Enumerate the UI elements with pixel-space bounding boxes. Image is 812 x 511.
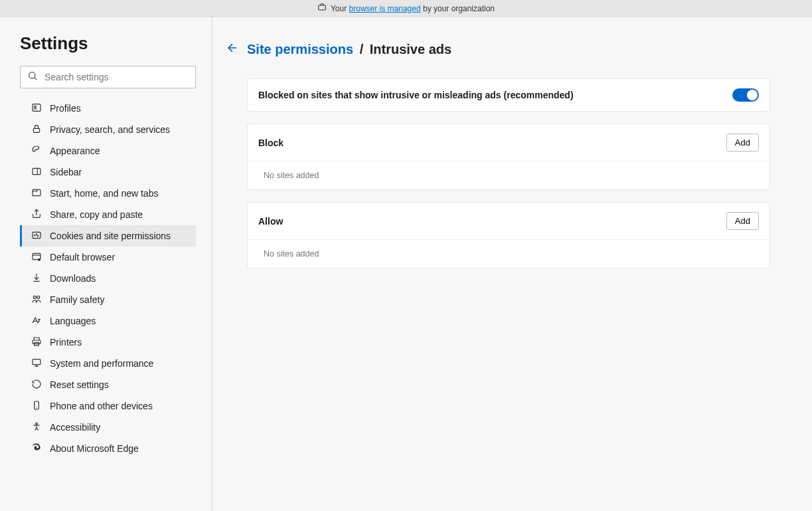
back-button[interactable] [226,41,239,57]
sidebar-item-system[interactable]: System and performance [20,353,196,374]
search-box[interactable] [20,66,196,88]
svg-point-3 [35,106,37,108]
sidebar-item-label: Start, home, and new tabs [50,188,158,199]
svg-rect-7 [33,232,41,238]
sidebar-item-appearance[interactable]: Appearance [20,140,196,161]
svg-rect-0 [319,5,326,10]
sidebar-item-start[interactable]: Start, home, and new tabs [20,183,196,204]
accessibility-icon [31,421,42,434]
sidebar-item-downloads[interactable]: Downloads [20,268,196,289]
sidebar-item-label: Downloads [50,273,96,284]
svg-point-19 [36,423,38,425]
svg-point-9 [36,234,37,235]
language-icon [31,315,42,328]
settings-nav: Profiles Privacy, search, and services A… [20,98,196,459]
monitor-icon [31,358,42,370]
allow-title: Allow [258,216,283,227]
svg-point-8 [35,235,35,235]
sidebar-item-label: Default browser [50,252,115,262]
managed-bar: Your browser is managed by your organiza… [0,0,812,17]
allow-section: Allow Add No sites added [247,202,770,268]
sidebar-item-label: Reset settings [50,379,109,390]
cookie-icon [31,230,42,243]
sidebar-item-label: Family safety [50,294,104,305]
edge-icon [31,443,42,455]
download-icon [31,272,42,285]
share-icon [31,209,42,221]
sidebar-item-languages[interactable]: Languages [20,310,196,332]
sidebar-item-family[interactable]: Family safety [20,289,196,310]
breadcrumb-parent[interactable]: Site permissions [247,42,353,56]
sidebar-item-default[interactable]: Default browser [20,247,196,268]
svg-point-13 [33,296,36,298]
search-icon [27,70,38,84]
search-input[interactable] [38,71,189,83]
sidebar-item-label: Appearance [50,146,100,156]
svg-point-14 [37,296,40,298]
printer-icon [31,336,42,349]
sidebar-item-privacy[interactable]: Privacy, search, and services [20,119,196,140]
block-title: Block [258,138,284,148]
sidebar-item-printers[interactable]: Printers [20,332,196,353]
reset-icon [31,379,42,391]
allow-add-button[interactable]: Add [726,212,759,230]
allow-empty-text: No sites added [248,239,770,268]
breadcrumb-current: Intrusive ads [370,42,451,56]
lock-icon [31,124,42,136]
sidebar-item-profiles[interactable]: Profiles [20,98,196,119]
breadcrumb-separator: / [360,42,364,56]
main-content: Site permissions / Intrusive ads Blocked… [212,17,812,511]
sidebar-item-share[interactable]: Share, copy and paste [20,204,196,225]
blocked-toggle[interactable] [732,88,759,102]
svg-rect-6 [33,189,41,195]
phone-icon [31,400,42,413]
sidebar-item-label: About Microsoft Edge [50,443,139,454]
managed-text: Your browser is managed by your organiza… [331,4,495,13]
svg-rect-5 [33,168,41,174]
block-empty-text: No sites added [248,161,770,189]
svg-point-12 [38,258,41,260]
sidebar-item-cookies[interactable]: Cookies and site permissions [20,225,196,247]
svg-point-1 [29,72,35,78]
sidebar-item-label: Printers [50,337,82,348]
sidebar-item-phone[interactable]: Phone and other devices [20,395,196,417]
block-section: Block Add No sites added [247,124,770,190]
svg-point-10 [37,235,38,236]
tab-icon [31,187,42,200]
appearance-icon [31,145,42,157]
setting-label: Blocked on sites that show intrusive or … [258,90,574,100]
block-add-button[interactable]: Add [726,134,759,152]
person-icon [31,102,42,115]
sidebar-item-label: Privacy, search, and services [50,124,170,135]
sidebar-item-label: Languages [50,316,96,326]
svg-rect-17 [33,359,41,364]
sidebar-item-about[interactable]: About Microsoft Edge [20,438,196,459]
sidebar-item-label: Accessibility [50,422,100,433]
sidebar-item-reset[interactable]: Reset settings [20,374,196,395]
family-icon [31,294,42,306]
briefcase-icon [317,3,327,14]
toggle-knob [747,90,758,100]
sidebar-item-label: Cookies and site permissions [50,231,171,241]
svg-rect-15 [33,340,41,344]
svg-rect-4 [33,128,39,132]
breadcrumb: Site permissions / Intrusive ads [226,41,791,57]
sidebar-item-label: Profiles [50,103,81,114]
panel-icon [31,166,42,179]
sidebar-item-label: System and performance [50,358,153,369]
sidebar-item-label: Phone and other devices [50,401,153,411]
sidebar-item-accessibility[interactable]: Accessibility [20,417,196,438]
browser-icon [31,251,42,264]
sidebar-item-label: Share, copy and paste [50,209,143,220]
setting-card-blocked: Blocked on sites that show intrusive or … [247,78,770,112]
svg-rect-2 [33,104,41,111]
settings-title: Settings [20,33,196,54]
sidebar-item-label: Sidebar [50,167,82,177]
sidebar-item-sidebar[interactable]: Sidebar [20,161,196,183]
sidebar: Settings Profiles Privacy, search, and s… [0,17,212,511]
managed-link[interactable]: browser is managed [349,4,421,13]
